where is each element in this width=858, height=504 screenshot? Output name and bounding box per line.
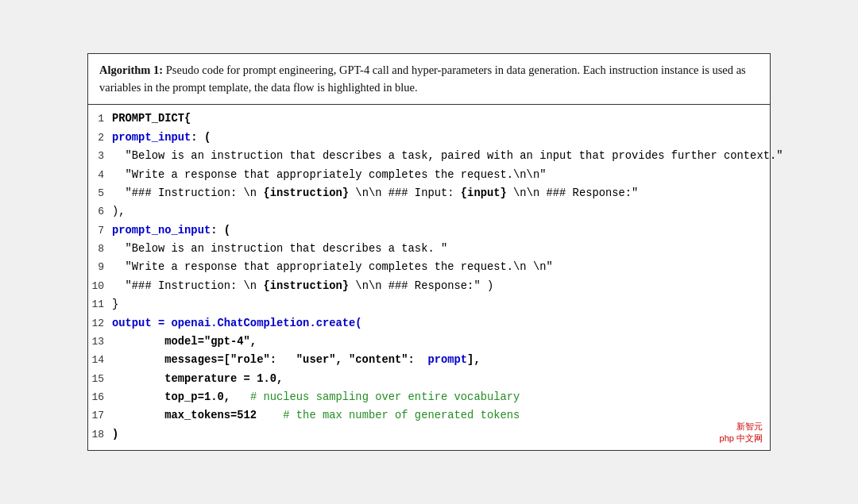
algorithm-description: Pseudo code for prompt engineering, GPT-… xyxy=(99,63,746,94)
algorithm-body: 1 PROMPT_DICT{ 2 prompt_input: ( 3 "Belo… xyxy=(88,105,770,450)
line-content-9: "Write a response that appropriately com… xyxy=(112,259,762,275)
line-content-1: PROMPT_DICT{ xyxy=(112,110,762,127)
line-content-17: max_tokens=512 # the max number of gener… xyxy=(112,407,762,424)
line-num-4: 4 xyxy=(88,167,112,183)
code-line-7: 7 prompt_no_input: ( xyxy=(88,221,770,240)
code-line-6: 6 ), xyxy=(88,202,770,221)
line-num-1: 1 xyxy=(88,111,112,127)
line-content-6: ), xyxy=(112,203,762,220)
code-line-9: 9 "Write a response that appropriately c… xyxy=(88,258,770,276)
watermark-line2: php 中文网 xyxy=(720,433,763,444)
line-content-11: } xyxy=(112,296,762,313)
code-line-3: 3 "Below is an instruction that describe… xyxy=(88,147,770,165)
code-line-14: 14 messages=["role": "user", "content": … xyxy=(88,351,770,369)
line-num-18: 18 xyxy=(88,427,112,443)
line-content-10: "### Instruction: \n {instruction} \n\n … xyxy=(112,278,762,294)
code-line-2: 2 prompt_input: ( xyxy=(88,129,770,147)
line-content-14: messages=["role": "user", "content": pro… xyxy=(112,352,762,368)
line-num-9: 9 xyxy=(88,260,112,275)
code-line-13: 13 model="gpt-4", xyxy=(88,333,770,351)
line-num-11: 11 xyxy=(88,297,112,313)
line-num-5: 5 xyxy=(88,186,112,202)
line-num-7: 7 xyxy=(88,223,112,239)
line-num-6: 6 xyxy=(88,204,112,220)
line-num-12: 12 xyxy=(88,316,112,332)
code-line-5: 5 "### Instruction: \n {instruction} \n\… xyxy=(88,184,770,202)
code-line-1: 1 PROMPT_DICT{ xyxy=(88,110,770,128)
line-num-2: 2 xyxy=(88,130,112,146)
algorithm-title: Algorithm 1: xyxy=(99,63,163,76)
code-line-10: 10 "### Instruction: \n {instruction} \n… xyxy=(88,277,770,295)
code-line-18: 18 ) xyxy=(88,425,770,444)
watermark: 新智元 php 中文网 xyxy=(720,421,763,444)
code-line-12: 12 output = openai.ChatCompletion.create… xyxy=(88,314,770,333)
line-content-16: top_p=1.0, # nucleus sampling over entir… xyxy=(112,389,762,406)
line-num-13: 13 xyxy=(88,334,112,350)
line-content-3: "Below is an instruction that describes … xyxy=(112,148,783,164)
watermark-line1: 新智元 xyxy=(736,421,763,433)
algorithm-header: Algorithm 1: Pseudo code for prompt engi… xyxy=(88,54,770,106)
code-line-8: 8 "Below is an instruction that describe… xyxy=(88,240,770,258)
code-line-4: 4 "Write a response that appropriately c… xyxy=(88,166,770,184)
line-content-5: "### Instruction: \n {instruction} \n\n … xyxy=(112,185,762,202)
code-line-16: 16 top_p=1.0, # nucleus sampling over en… xyxy=(88,388,770,406)
line-num-16: 16 xyxy=(88,390,112,406)
line-content-2: prompt_input: ( xyxy=(112,129,762,146)
line-content-18: ) xyxy=(112,426,762,443)
algorithm-box: Algorithm 1: Pseudo code for prompt engi… xyxy=(87,53,771,451)
line-content-4: "Write a response that appropriately com… xyxy=(112,167,762,183)
line-num-14: 14 xyxy=(88,352,112,368)
line-num-10: 10 xyxy=(88,279,112,294)
line-content-8: "Below is an instruction that describes … xyxy=(112,240,762,257)
line-content-15: temperature = 1.0, xyxy=(112,371,762,387)
line-num-3: 3 xyxy=(88,148,112,164)
line-content-13: model="gpt-4", xyxy=(112,333,762,350)
code-line-11: 11 } xyxy=(88,295,770,314)
line-num-17: 17 xyxy=(88,408,112,424)
code-line-17: 17 max_tokens=512 # the max number of ge… xyxy=(88,406,770,425)
code-line-15: 15 temperature = 1.0, xyxy=(88,370,770,388)
line-num-15: 15 xyxy=(88,371,112,387)
line-num-8: 8 xyxy=(88,241,112,257)
line-content-7: prompt_no_input: ( xyxy=(112,222,762,239)
line-content-12: output = openai.ChatCompletion.create( xyxy=(112,315,762,332)
